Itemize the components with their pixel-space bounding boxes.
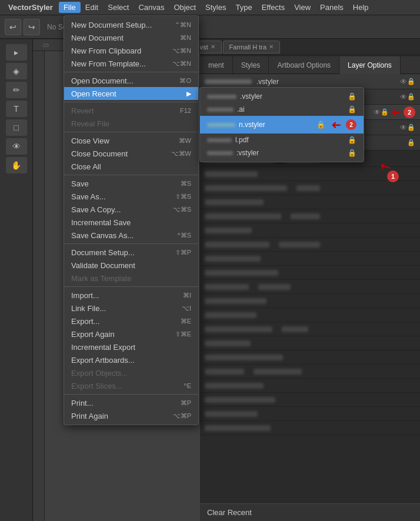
panel-tab-styles[interactable]: Styles: [233, 56, 269, 74]
clear-recent-btn[interactable]: Clear Recent: [200, 503, 420, 521]
tool-direct[interactable]: ◈: [6, 63, 27, 79]
layer-item[interactable]: [200, 280, 420, 294]
recent-item-0[interactable]: .vstyler 🔒: [200, 90, 364, 103]
doc-tab-close-3[interactable]: ✕: [269, 44, 274, 50]
tool-select[interactable]: ▸: [6, 44, 27, 61]
layer-item[interactable]: [200, 195, 420, 209]
layer-item[interactable]: [200, 322, 420, 336]
tool-text[interactable]: T: [6, 101, 27, 117]
layer-item[interactable]: [200, 308, 420, 322]
layer-item[interactable]: [200, 336, 420, 350]
layer-item[interactable]: [200, 379, 420, 393]
layer-item[interactable]: [200, 266, 420, 280]
ruler-vertical: [33, 51, 45, 521]
recent-item-4[interactable]: :vstyler 🔒: [200, 146, 364, 159]
recent-lock-3: 🔒: [348, 136, 356, 144]
menu-panels[interactable]: Panels: [315, 2, 348, 13]
menu-view[interactable]: View: [289, 2, 315, 13]
menu-object[interactable]: Object: [169, 2, 201, 13]
menu-separator-2: [64, 102, 198, 102]
menu-select[interactable]: Select: [103, 2, 134, 13]
menu-edit[interactable]: Edit: [81, 2, 103, 13]
menu-save-canvas-as[interactable]: Save Canvas As... ^⌘S: [64, 229, 198, 242]
tool-pen[interactable]: ✏: [6, 82, 27, 98]
visibility-icon-0[interactable]: 👁: [400, 78, 407, 86]
menu-close-document[interactable]: Close Document ⌥⌘W: [64, 147, 198, 160]
panel-tab-0[interactable]: ment: [200, 56, 233, 74]
undo-btn[interactable]: ↩: [5, 19, 21, 35]
layer-item[interactable]: [200, 365, 420, 379]
app-brand[interactable]: VectorStyler: [2, 2, 59, 13]
recent-lock-2: 🔒: [316, 121, 325, 129]
menu-export-again[interactable]: Export Again ⇧⌘E: [64, 328, 198, 340]
layer-item[interactable]: [200, 350, 420, 365]
menu-incremental-export[interactable]: Incremental Export: [64, 340, 198, 353]
visibility-icon-2[interactable]: 👁: [374, 108, 381, 116]
blur-bar: [205, 397, 275, 403]
redo-btn[interactable]: ↪: [24, 19, 40, 35]
tool-eye[interactable]: 👁: [6, 138, 27, 155]
doc-tab-3[interactable]: Farmall H tra ✕: [223, 41, 281, 54]
panel-tab-label-0: ment: [208, 61, 224, 69]
layer-item[interactable]: [200, 223, 420, 238]
recent-item-3[interactable]: l.pdf 🔒: [200, 133, 364, 146]
menu-save-copy[interactable]: Save A Copy... ⌥⌘S: [64, 203, 198, 216]
menu-open-recent[interactable]: Open Recent ▶ .vstyler 🔒 .ai 🔒 n.vstyler…: [64, 87, 198, 100]
menu-link-file[interactable]: Link File... ⌥I: [64, 302, 198, 315]
recent-lock-4: 🔒: [348, 149, 356, 157]
tool-hand[interactable]: ✋: [6, 157, 27, 173]
recent-item-2[interactable]: n.vstyler 🔒 ➜ 2: [200, 116, 364, 133]
panel-tab-artboard[interactable]: Artboard Options: [269, 56, 339, 74]
doc-tab-close-2[interactable]: ✕: [211, 44, 215, 50]
blur-bar: [205, 270, 278, 276]
menu-file[interactable]: File: [59, 2, 81, 13]
visibility-icon-3[interactable]: 👁: [400, 123, 407, 132]
menu-export[interactable]: Export... ⌘E: [64, 315, 198, 328]
menu-new-document-setup[interactable]: New Document Setup... ⌃⌘N: [64, 18, 198, 31]
blur-bar: [291, 213, 320, 219]
layer-item[interactable]: [200, 393, 420, 407]
layer-item[interactable]: [200, 421, 420, 435]
layer-item[interactable]: [200, 181, 420, 195]
visibility-icon-1[interactable]: 👁: [400, 93, 407, 101]
menu-import[interactable]: Import... ⌘I: [64, 289, 198, 302]
menu-save-as[interactable]: Save As... ⇧⌘S: [64, 190, 198, 203]
menu-new-from-template[interactable]: New From Template... ⌥⌘N: [64, 57, 198, 70]
file-blur-0: [205, 79, 252, 84]
menu-close-all[interactable]: Close All: [64, 160, 198, 173]
menu-new-from-clipboard[interactable]: New From Clipboard ⌥⌘N: [64, 44, 198, 57]
tool-rect[interactable]: □: [6, 119, 27, 136]
menu-validate-document[interactable]: Validate Document: [64, 259, 198, 272]
menu-styles[interactable]: Styles: [201, 2, 231, 13]
menu-type[interactable]: Type: [231, 2, 256, 13]
menu-help[interactable]: Help: [348, 2, 374, 13]
lock-icon-0: 🔒: [407, 78, 415, 85]
recent-item-1[interactable]: .ai 🔒: [200, 103, 364, 116]
menu-print-again[interactable]: Print Again ⌥⌘P: [64, 409, 198, 422]
badge-2: 2: [404, 106, 415, 118]
menu-new-document[interactable]: New Document ⌘N: [64, 31, 198, 44]
menu-open-document[interactable]: Open Document... ⌘O: [64, 74, 198, 87]
menu-effects[interactable]: Effects: [257, 2, 290, 13]
layer-item[interactable]: [200, 238, 420, 252]
layer-item[interactable]: [200, 407, 420, 421]
layer-item[interactable]: [200, 294, 420, 308]
layer-item[interactable]: [200, 209, 420, 223]
lock-icon-3: 🔒: [407, 123, 415, 131]
menu-print[interactable]: Print... ⌘P: [64, 396, 198, 409]
blur-bar: [258, 284, 291, 290]
menu-separator-6: [64, 286, 198, 287]
menu-close-view[interactable]: Close View ⌘W: [64, 134, 198, 147]
blur-bar: [282, 326, 308, 332]
menu-separator-1: [64, 72, 198, 72]
menu-export-artboards[interactable]: Export Artboards...: [64, 353, 198, 366]
menu-separator-4: [64, 175, 198, 175]
panel-tab-layer[interactable]: Layer Options: [339, 56, 401, 74]
menu-save[interactable]: Save ⌘S: [64, 177, 198, 190]
menu-revert: Revert F12: [64, 104, 198, 117]
menu-canvas[interactable]: Canvas: [134, 2, 169, 13]
menu-document-setup[interactable]: Document Setup... ⇧⌘P: [64, 246, 198, 259]
layer-item[interactable]: [200, 252, 420, 266]
badge-1: 1: [387, 171, 399, 182]
menu-incremental-save[interactable]: Incremental Save: [64, 216, 198, 229]
